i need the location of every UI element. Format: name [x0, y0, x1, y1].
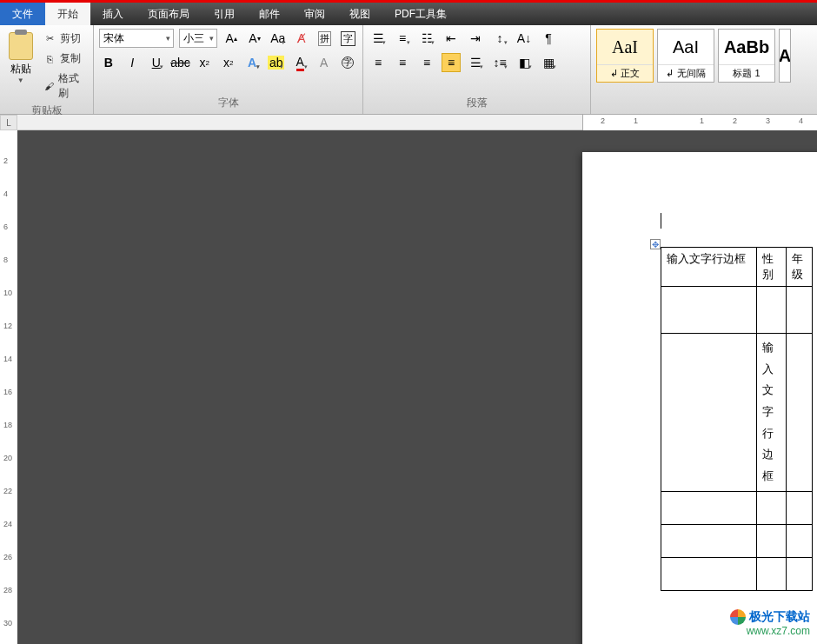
font-name-combo[interactable]: 宋体 — [99, 29, 174, 48]
copy-button[interactable]: ⎘复制 — [42, 50, 88, 67]
change-case-button[interactable]: Aa — [269, 29, 287, 48]
ruler-h-tick: 4 — [799, 116, 803, 125]
table-row[interactable]: 输入 文字 行边 框 — [661, 334, 813, 492]
style-no-spacing[interactable]: AaI ↲ 无间隔 — [657, 29, 714, 83]
show-marks-button[interactable]: ¶ — [539, 29, 558, 48]
table-row[interactable]: 输入文字行边框 性别 年级 — [661, 248, 813, 287]
cell-line: 输入 — [762, 341, 774, 375]
superscript-button[interactable]: x2 — [219, 53, 237, 72]
ruler-h-tick: 3 — [766, 116, 770, 125]
table-cell[interactable] — [787, 524, 813, 557]
shrink-font-button[interactable]: A▾ — [246, 29, 264, 48]
align-right-button[interactable]: ≡ — [417, 53, 436, 72]
menu-tab-home[interactable]: 开始 — [45, 3, 90, 25]
ruler-v-tick: 4 — [3, 189, 8, 198]
menu-tab-references[interactable]: 引用 — [202, 3, 247, 25]
table-cell[interactable] — [757, 287, 787, 334]
text-direction-button[interactable]: ↕ — [490, 29, 509, 48]
style-preview: AaI — [658, 30, 714, 64]
table-cell[interactable] — [787, 557, 813, 590]
table-row[interactable] — [661, 491, 813, 524]
menu-tab-pdf-tools[interactable]: PDF工具集 — [382, 3, 459, 25]
subscript-button[interactable]: x2 — [195, 53, 213, 72]
style-normal[interactable]: AaI ↲ 正文 — [596, 29, 654, 83]
multilevel-list-button[interactable]: ☷ — [417, 29, 436, 48]
ruler-v-tick: 8 — [3, 256, 8, 264]
paste-dropdown-arrow[interactable]: ▼ — [17, 76, 24, 84]
font-group-label: 字体 — [99, 94, 357, 114]
table-cell[interactable]: 输入 文字 行边 框 — [757, 334, 787, 492]
phonetic-guide-button[interactable]: 拼 — [316, 29, 334, 48]
text-effects-button[interactable]: A — [242, 53, 261, 72]
table-cell[interactable] — [787, 334, 813, 492]
table-cell[interactable]: 性别 — [757, 248, 787, 287]
menu-tab-review[interactable]: 审阅 — [292, 3, 337, 25]
underline-button[interactable]: U — [147, 53, 165, 72]
char-border-button[interactable]: 字 — [339, 29, 357, 48]
menu-tab-file[interactable]: 文件 — [0, 3, 45, 25]
font-color-button[interactable]: A — [290, 53, 309, 72]
numbering-button[interactable]: ≡ — [393, 29, 412, 48]
ruler-v-tick: 24 — [3, 520, 12, 528]
document-table[interactable]: 输入文字行边框 性别 年级 输入 文字 行边 框 — [661, 247, 813, 591]
cut-button[interactable]: ✂剪切 — [42, 30, 88, 47]
strikethrough-button[interactable]: abc — [170, 53, 189, 72]
vertical-ruler[interactable]: 2 4 6 8 10 12 14 16 18 20 22 24 26 28 30 — [0, 130, 17, 644]
menu-tab-view[interactable]: 视图 — [337, 3, 382, 25]
paste-button[interactable]: 粘贴 ▼ — [5, 29, 37, 84]
table-row[interactable] — [661, 557, 813, 590]
horizontal-ruler[interactable]: 2 1 1 2 3 4 — [17, 115, 817, 130]
ribbon-group-paragraph: ☰ ≡ ☷ ⇤ ⇥ ↕ A↓ ¶ ≡ ≡ ≡ ≡ ☰ ↕≡ ◧ ▦ 段落 — [363, 25, 591, 114]
format-painter-button[interactable]: 🖌格式刷 — [42, 70, 88, 102]
grow-font-button[interactable]: A▴ — [223, 29, 241, 48]
ruler-corner[interactable]: L — [0, 115, 17, 130]
font-size-combo[interactable]: 小三 — [179, 29, 217, 48]
justify-button[interactable]: ≡ — [442, 53, 461, 72]
copy-label: 复制 — [60, 51, 81, 66]
table-cell[interactable] — [661, 557, 757, 590]
ruler-v-tick: 10 — [3, 289, 12, 297]
align-left-button[interactable]: ≡ — [369, 53, 388, 72]
table-row[interactable] — [661, 524, 813, 557]
table-move-handle[interactable]: ✥ — [650, 239, 661, 249]
ribbon-group-styles: AaI ↲ 正文 AaI ↲ 无间隔 AaBb 标题 1 A — [591, 25, 817, 114]
table-cell[interactable] — [787, 287, 813, 334]
table-cell[interactable] — [661, 287, 757, 334]
italic-button[interactable]: I — [123, 53, 141, 72]
style-preview: AaBb — [719, 30, 774, 64]
style-more[interactable]: A — [779, 29, 791, 83]
distribute-button[interactable]: ☰ — [466, 53, 485, 72]
bold-button[interactable]: B — [99, 53, 117, 72]
table-row[interactable] — [661, 287, 813, 334]
ruler-h-tick: 1 — [700, 116, 704, 125]
table-cell[interactable] — [787, 491, 813, 524]
table-cell[interactable] — [661, 334, 757, 492]
decrease-indent-button[interactable]: ⇤ — [442, 29, 461, 48]
style-heading-1[interactable]: AaBb 标题 1 — [718, 29, 775, 83]
menu-tab-mail[interactable]: 邮件 — [247, 3, 292, 25]
table-cell[interactable] — [757, 557, 787, 590]
bullets-button[interactable]: ☰ — [369, 29, 388, 48]
borders-button[interactable]: ▦ — [539, 53, 558, 72]
highlight-button[interactable]: ab — [267, 53, 286, 72]
ruler-v-tick: 26 — [3, 553, 12, 561]
table-cell[interactable]: 年级 — [787, 248, 813, 287]
ruler-h-tick: 1 — [634, 116, 638, 125]
menu-tab-insert[interactable]: 插入 — [90, 3, 136, 25]
table-cell[interactable] — [757, 491, 787, 524]
line-spacing-button[interactable]: ↕≡ — [490, 53, 509, 72]
char-shading-button[interactable]: A — [315, 53, 333, 72]
enclose-char-button[interactable]: 字 — [338, 53, 356, 72]
cell-line: 文字 — [762, 383, 774, 418]
align-center-button[interactable]: ≡ — [393, 53, 412, 72]
sort-button[interactable]: A↓ — [515, 29, 534, 48]
table-cell[interactable] — [661, 491, 757, 524]
shading-button[interactable]: ◧ — [515, 53, 534, 72]
clear-format-button[interactable]: A̸ — [292, 29, 310, 48]
menu-tab-page-layout[interactable]: 页面布局 — [136, 3, 202, 25]
increase-indent-button[interactable]: ⇥ — [466, 29, 485, 48]
table-cell[interactable] — [757, 524, 787, 557]
style-preview: AaI — [597, 30, 653, 64]
table-cell[interactable]: 输入文字行边框 — [661, 248, 757, 287]
table-cell[interactable] — [661, 524, 757, 557]
